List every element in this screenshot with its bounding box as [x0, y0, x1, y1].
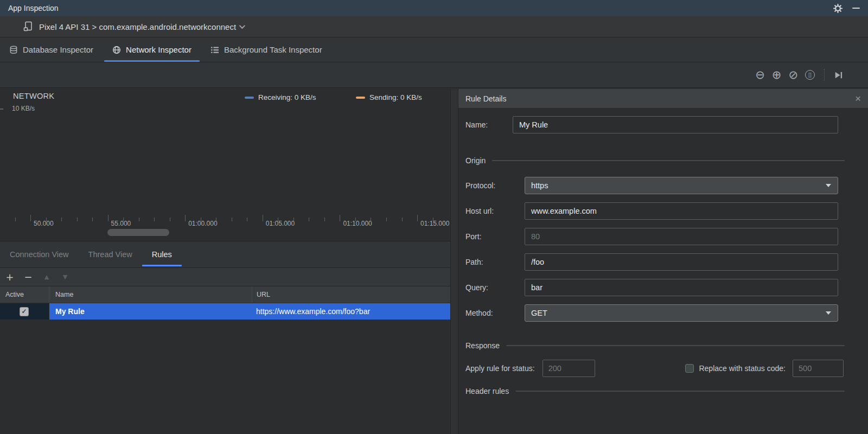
origin-section: Origin — [465, 156, 868, 165]
apply-rule-label: Apply rule for status: — [465, 364, 535, 373]
active-cell: ✓ — [0, 303, 49, 320]
chevron-down-icon — [826, 184, 831, 187]
network-inspector-left-panel: NETWORK Receiving: 0 KB/s Sending: 0 KB/… — [0, 89, 450, 434]
database-icon — [9, 46, 18, 54]
path-input[interactable] — [525, 253, 838, 271]
move-up-button[interactable]: ▲ — [42, 274, 51, 280]
remove-rule-button[interactable]: − — [24, 272, 33, 282]
active-checkbox[interactable]: ✓ — [20, 307, 29, 316]
time-axis: 50.00055.00001:00.00001:05.00001:10.0000… — [0, 215, 450, 228]
name-input[interactable] — [513, 116, 838, 133]
zoom-out-button[interactable]: ⊖ — [755, 69, 765, 81]
table-row[interactable]: ✓ My Rule https://www.example.com/foo?ba… — [0, 303, 450, 320]
tab-label: Network Inspector — [126, 45, 192, 54]
path-label: Path: — [465, 258, 525, 266]
minimize-icon[interactable] — [852, 8, 860, 9]
method-label: Method: — [465, 309, 525, 317]
column-header-url[interactable]: URL — [252, 286, 450, 303]
response-section: Response — [465, 341, 868, 350]
legend-sending: Sending: 0 KB/s — [356, 93, 422, 101]
sending-swatch — [356, 97, 365, 99]
url-cell: https://www.example.com/foo?bar — [252, 303, 450, 320]
tab-label: Thread View — [88, 250, 132, 259]
replace-status-label: Replace with status code: — [699, 364, 786, 373]
host-url-input[interactable] — [525, 202, 838, 220]
port-input[interactable] — [525, 228, 838, 245]
close-icon[interactable]: × — [855, 93, 861, 104]
column-header-name[interactable]: Name — [49, 286, 252, 303]
tab-label: Database Inspector — [23, 45, 93, 54]
response-section-title: Response — [465, 341, 500, 350]
device-process-selector[interactable]: Pixel 4 API 31 > com.example.android.net… — [23, 21, 244, 32]
name-cell: My Rule — [49, 303, 252, 320]
tab-database-inspector[interactable]: Database Inspector — [1, 37, 101, 62]
section-divider — [506, 345, 845, 346]
globe-icon — [112, 46, 121, 54]
y-axis-label: 10 KB/s — [12, 105, 35, 112]
chevron-down-icon — [826, 311, 831, 315]
legend-receiving-label: Receiving: 0 KB/s — [258, 93, 316, 101]
name-label: Name: — [465, 120, 513, 129]
section-divider — [515, 391, 845, 392]
rule-details-form: Name: Origin Protocol: https Host url: — [458, 108, 868, 434]
zoom-to-selection-button[interactable]: [ ] — [805, 70, 815, 80]
tab-network-inspector[interactable]: Network Inspector — [104, 37, 200, 62]
rule-details-header: Rule Details × — [458, 89, 868, 108]
protocol-label: Protocol: — [465, 181, 525, 190]
phone-icon — [23, 21, 34, 32]
move-down-button[interactable]: ▼ — [61, 274, 69, 280]
title-bar: App Inspection — [0, 0, 868, 16]
column-header-active[interactable]: Active — [0, 286, 49, 303]
rules-table-header: Active Name URL — [0, 286, 450, 303]
y-axis-tick — [0, 108, 3, 110]
rule-details-panel: Rule Details × Name: Origin Protocol: ht… — [458, 89, 868, 434]
view-tab-bar: Connection View Thread View Rules — [0, 241, 450, 267]
tab-thread-view[interactable]: Thread View — [79, 241, 142, 267]
inspector-tab-bar: Database Inspector Network Inspector B — [0, 37, 868, 62]
panel-title: Rule Details — [465, 94, 506, 103]
tab-rules[interactable]: Rules — [142, 241, 182, 267]
section-divider — [492, 160, 845, 161]
timeline-toolbar: ⊖ ⊕ ⊘ [ ] — [0, 62, 868, 88]
chart-title: NETWORK — [13, 92, 54, 100]
protocol-value: https — [531, 181, 548, 190]
panel-splitter[interactable] — [450, 89, 458, 434]
add-rule-button[interactable]: + — [5, 272, 14, 282]
query-label: Query: — [465, 283, 525, 292]
app-inspection-window: App Inspection — [0, 0, 868, 434]
header-rules-section-title: Header rules — [465, 387, 509, 395]
replace-status-checkbox[interactable] — [685, 364, 694, 373]
reset-zoom-button[interactable]: ⊘ — [788, 69, 798, 81]
apply-status-input[interactable] — [542, 360, 595, 377]
response-status-row: Apply rule for status: Replace with stat… — [465, 360, 868, 377]
zoom-in-button[interactable]: ⊕ — [772, 69, 782, 81]
legend-sending-label: Sending: 0 KB/s — [369, 93, 422, 101]
protocol-dropdown[interactable]: https — [525, 177, 838, 194]
tab-label: Background Task Inspector — [224, 45, 322, 54]
tab-label: Connection View — [10, 250, 69, 259]
method-dropdown[interactable]: GET — [525, 304, 838, 322]
rules-table: Active Name URL ✓ My Rule https://www.ex… — [0, 286, 450, 320]
replace-status-input[interactable] — [793, 360, 844, 377]
origin-section-title: Origin — [465, 156, 486, 165]
device-selector-label: Pixel 4 API 31 > com.example.android.net… — [39, 22, 236, 31]
legend-receiving: Receiving: 0 KB/s — [245, 93, 316, 101]
toolbar-separator — [824, 69, 825, 81]
task-list-icon — [210, 46, 219, 54]
tab-background-task-inspector[interactable]: Background Task Inspector — [202, 37, 330, 62]
window-title: App Inspection — [8, 4, 59, 12]
rules-toolbar: + − ▲ ▼ — [0, 267, 450, 286]
network-chart: NETWORK Receiving: 0 KB/s Sending: 0 KB/… — [0, 89, 450, 241]
method-value: GET — [531, 309, 547, 317]
tab-connection-view[interactable]: Connection View — [0, 241, 79, 267]
header-rules-section: Header rules — [465, 387, 868, 395]
query-input[interactable] — [525, 279, 838, 296]
chevron-down-icon — [239, 23, 245, 29]
timeline-scrollbar-thumb[interactable] — [107, 229, 169, 236]
receiving-swatch — [245, 97, 254, 99]
port-label: Port: — [465, 232, 525, 241]
skip-to-end-button[interactable] — [834, 71, 843, 80]
host-label: Host url: — [465, 207, 525, 215]
tab-label: Rules — [152, 250, 172, 259]
gear-icon[interactable] — [833, 4, 843, 13]
